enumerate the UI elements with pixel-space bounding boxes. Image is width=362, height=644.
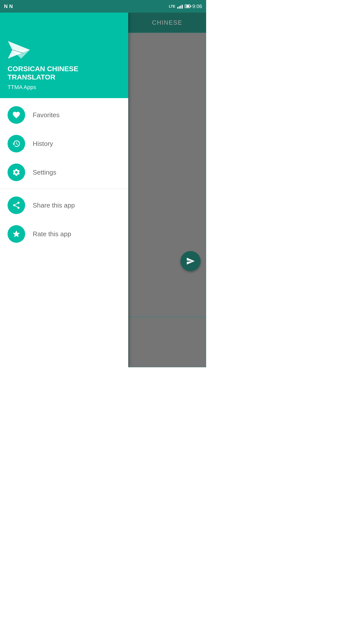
menu-item-share[interactable]: Share this app	[0, 191, 128, 220]
lte-indicator: LTE	[169, 4, 175, 8]
favorites-label: Favorites	[33, 111, 60, 119]
menu-item-settings[interactable]: Settings	[0, 158, 128, 187]
clock: 9:06	[192, 4, 202, 9]
rate-icon-circle	[8, 225, 25, 243]
notification-icon-2: N	[9, 4, 12, 9]
app-logo	[8, 41, 121, 60]
translation-area[interactable]	[128, 33, 206, 317]
settings-label: Settings	[33, 169, 56, 176]
status-bar-right: LTE 9:06	[169, 4, 202, 9]
app-title: CORSICAN CHINESE TRANSLATOR	[8, 65, 121, 82]
status-bar-left: N N	[4, 4, 12, 9]
settings-icon-circle	[8, 164, 25, 181]
app-developer: TTMA Apps	[8, 84, 121, 91]
favorites-icon-circle	[8, 106, 25, 124]
menu-item-rate[interactable]: Rate this app	[0, 220, 128, 248]
main-layout: CORSICAN CHINESE TRANSLATOR TTMA Apps Fa…	[0, 13, 206, 367]
rate-label: Rate this app	[33, 230, 71, 238]
status-bar: N N LTE 9:06	[0, 0, 206, 13]
right-panel: CHINESE	[128, 13, 206, 367]
gear-icon	[12, 168, 21, 177]
output-area[interactable]	[128, 317, 206, 367]
send-icon	[8, 41, 30, 59]
menu-list: Favorites History Settings	[0, 98, 128, 367]
share-label: Share this app	[33, 202, 75, 209]
signal-icon	[177, 4, 183, 9]
right-header: CHINESE	[128, 13, 206, 33]
share-icon-circle	[8, 196, 25, 214]
menu-item-favorites[interactable]: Favorites	[0, 101, 128, 129]
share-icon	[12, 201, 21, 210]
menu-item-history[interactable]: History	[0, 129, 128, 158]
star-icon	[12, 230, 21, 238]
translate-send-icon	[186, 257, 195, 266]
history-icon-circle	[8, 135, 25, 152]
battery-icon	[185, 5, 190, 8]
history-label: History	[33, 140, 53, 148]
heart-icon	[12, 111, 21, 119]
notification-icon-1: N	[4, 4, 7, 9]
language-title: CHINESE	[152, 19, 183, 26]
clock-icon	[12, 139, 21, 148]
menu-divider	[0, 189, 128, 189]
translate-button[interactable]	[180, 251, 201, 271]
drawer-header: CORSICAN CHINESE TRANSLATOR TTMA Apps	[0, 13, 128, 98]
navigation-drawer: CORSICAN CHINESE TRANSLATOR TTMA Apps Fa…	[0, 13, 128, 367]
